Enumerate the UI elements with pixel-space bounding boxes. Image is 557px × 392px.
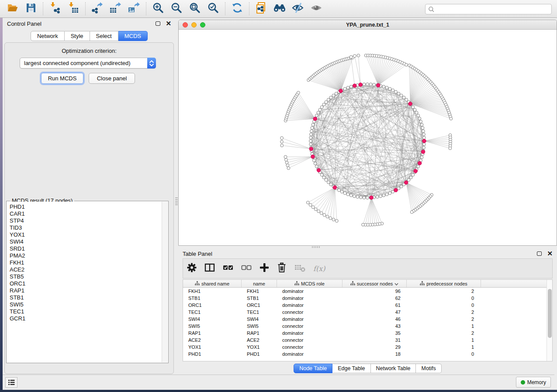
mcds-result-item[interactable]: STB5 [10, 273, 162, 280]
export-network-button[interactable] [90, 2, 104, 16]
table-scrollbar[interactable] [547, 280, 552, 361]
mcds-result-item[interactable]: ORC1 [10, 280, 162, 287]
export-image-button[interactable] [127, 2, 141, 16]
cell-shared[interactable]: FKH1 [183, 288, 242, 295]
cell-shared[interactable]: SWI4 [183, 316, 242, 323]
cell-predecessors[interactable]: 1 [407, 344, 481, 351]
delete-table-button[interactable] [294, 261, 306, 275]
column-header-successors[interactable]: successor nodes [343, 280, 407, 287]
column-header-shared[interactable]: shared name [183, 280, 242, 287]
mcds-result-item[interactable]: STP4 [10, 217, 162, 224]
table-row-FKH1[interactable]: FKH1FKH1dominator962 [183, 288, 552, 295]
toggle-visual-style-button[interactable] [291, 2, 305, 16]
table-scrollbar-thumb[interactable] [548, 289, 552, 338]
select-all-button[interactable] [222, 261, 234, 275]
table-row-SWI4[interactable]: SWI4SWI4dominator462 [183, 316, 552, 323]
close-panel-button[interactable]: Close panel [89, 73, 135, 84]
cell-successors[interactable]: 31 [343, 337, 407, 344]
cell-shared[interactable]: STB1 [183, 295, 242, 302]
tab-edge-table[interactable]: Edge Table [332, 364, 370, 373]
mcds-result-item[interactable]: RAP1 [10, 287, 162, 294]
mcds-result-item[interactable]: STB1 [10, 294, 162, 301]
mcds-result-item[interactable]: TEC1 [10, 308, 162, 315]
mcds-result-list[interactable]: PHD1CAR1STP4TID3YOX1SWI4SRD1PMA2FKH1ACE2… [7, 202, 162, 362]
cell-role[interactable]: dominator [277, 302, 343, 309]
tab-mcds[interactable]: MCDS [118, 31, 148, 41]
cell-name[interactable]: TEC1 [242, 309, 277, 316]
cell-shared[interactable]: RAP1 [183, 330, 242, 337]
search-box[interactable] [425, 4, 552, 14]
network-canvas[interactable] [179, 30, 557, 245]
cell-predecessors[interactable]: 0 [407, 302, 481, 309]
tab-network-table[interactable]: Network Table [371, 364, 416, 373]
cell-role[interactable]: connector [277, 309, 343, 316]
cell-successors[interactable]: 46 [343, 316, 407, 323]
table-row-SWI5[interactable]: SWI5SWI5connector431 [183, 323, 552, 330]
cell-name[interactable]: STB1 [242, 295, 277, 302]
table-row-ACE2[interactable]: ACE2ACE2connector311 [183, 337, 552, 344]
tab-node-table[interactable]: Node Table [294, 364, 332, 373]
cell-successors[interactable]: 96 [343, 288, 407, 295]
zoom-selected-button[interactable] [206, 2, 220, 16]
optimization-criterion-dropdown[interactable]: largest connected component (undirected) [20, 58, 156, 69]
cell-role[interactable]: dominator [277, 288, 343, 295]
cell-successors[interactable]: 29 [343, 344, 407, 351]
cell-role[interactable]: connector [277, 323, 343, 330]
cell-predecessors[interactable]: 2 [407, 309, 481, 316]
show-columns-button[interactable] [204, 261, 215, 275]
cell-successors[interactable]: 35 [343, 330, 407, 337]
vertical-splitter-handle[interactable] [175, 196, 178, 206]
cell-shared[interactable]: ACE2 [183, 337, 242, 344]
network-window-titlebar[interactable]: YPA_prune.txt_1 [179, 20, 557, 30]
mcds-result-item[interactable]: TID3 [10, 224, 162, 231]
cell-role[interactable]: dominator [277, 316, 343, 323]
close-table-panel-icon[interactable]: ✕ [547, 251, 553, 256]
run-mcds-button[interactable]: Run MCDS [41, 73, 83, 84]
cell-name[interactable]: PHD1 [242, 351, 277, 358]
search-input[interactable] [435, 6, 551, 12]
float-window-icon[interactable] [156, 21, 160, 26]
cell-shared[interactable]: YOX1 [183, 344, 242, 351]
function-builder-button[interactable]: f(x) [313, 261, 325, 275]
import-table-button[interactable] [66, 2, 80, 16]
cell-predecessors[interactable]: 2 [407, 288, 481, 295]
cell-shared[interactable]: ORC1 [183, 302, 242, 309]
mcds-result-item[interactable]: CAR1 [10, 210, 162, 217]
panels-menu-button[interactable] [5, 377, 17, 388]
save-session-button[interactable] [24, 2, 38, 16]
tab-motifs[interactable]: Motifs [416, 364, 441, 373]
float-table-panel-icon[interactable] [537, 251, 542, 256]
cell-predecessors[interactable]: 0 [407, 295, 481, 302]
export-table-button[interactable] [109, 2, 123, 16]
cell-name[interactable]: YOX1 [242, 344, 277, 351]
result-list-scrollbar[interactable] [162, 202, 168, 362]
mcds-result-item[interactable]: FKH1 [10, 259, 162, 266]
column-header-role[interactable]: MCDS role [277, 280, 343, 287]
refresh-layout-button[interactable] [230, 2, 244, 16]
mcds-result-item[interactable]: PMA2 [10, 252, 162, 259]
table-row-TEC1[interactable]: TEC1TEC1connector472 [183, 309, 552, 316]
cell-successors[interactable]: 61 [343, 302, 407, 309]
tab-network[interactable]: Network [31, 31, 65, 41]
mcds-result-item[interactable]: GCR1 [10, 315, 162, 322]
show-preview-button[interactable] [309, 2, 323, 16]
close-panel-icon[interactable]: ✕ [166, 21, 171, 26]
mcds-result-item[interactable]: YOX1 [10, 231, 162, 238]
cell-name[interactable]: SWI5 [242, 323, 277, 330]
cell-role[interactable]: dominator [277, 295, 343, 302]
zoom-in-button[interactable] [151, 2, 165, 16]
mcds-result-item[interactable]: PHD1 [10, 203, 162, 210]
delete-column-button[interactable] [277, 261, 287, 275]
cell-shared[interactable]: SWI5 [183, 323, 242, 330]
open-file-button[interactable] [6, 2, 20, 16]
tab-select[interactable]: Select [90, 31, 118, 41]
mcds-result-item[interactable]: SWI5 [10, 301, 162, 308]
cell-role[interactable]: dominator [277, 351, 343, 358]
deselect-all-button[interactable] [241, 261, 252, 275]
cell-role[interactable]: connector [277, 337, 343, 344]
mcds-result-item[interactable]: SRD1 [10, 245, 162, 252]
table-row-STB1[interactable]: STB1STB1dominator620 [183, 295, 552, 302]
network-graph[interactable] [179, 30, 557, 245]
zoom-fit-button[interactable] [188, 2, 202, 16]
cell-successors[interactable]: 18 [343, 351, 407, 358]
